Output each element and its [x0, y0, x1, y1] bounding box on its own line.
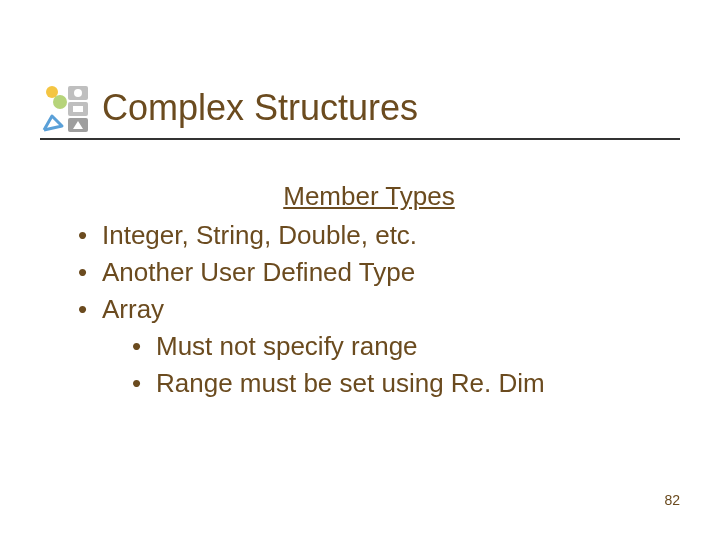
slide: Complex Structures Member Types Integer,…	[0, 0, 720, 540]
bullet-text: Range must be set using Re. Dim	[156, 368, 545, 398]
logo-icon	[40, 82, 92, 134]
bullet-text: Must not specify range	[156, 331, 418, 361]
svg-point-3	[74, 89, 82, 97]
page-number: 82	[664, 492, 680, 508]
bullet-text: Integer, String, Double, etc.	[102, 220, 417, 250]
sub-bullet-list: Must not specify range Range must be set…	[102, 328, 660, 402]
slide-body: Member Types Integer, String, Double, et…	[78, 178, 660, 401]
list-item: Integer, String, Double, etc.	[78, 217, 660, 254]
slide-header: Complex Structures	[40, 82, 680, 140]
list-item: Array Must not specify range Range must …	[78, 291, 660, 402]
list-item: Range must be set using Re. Dim	[132, 365, 660, 402]
slide-title: Complex Structures	[102, 89, 418, 127]
svg-point-7	[53, 95, 67, 109]
bullet-text: Another User Defined Type	[102, 257, 415, 287]
list-item: Another User Defined Type	[78, 254, 660, 291]
svg-rect-4	[73, 106, 83, 112]
slide-subtitle: Member Types	[78, 178, 660, 215]
list-item: Must not specify range	[132, 328, 660, 365]
bullet-text: Array	[102, 294, 164, 324]
bullet-list: Integer, String, Double, etc. Another Us…	[78, 217, 660, 402]
